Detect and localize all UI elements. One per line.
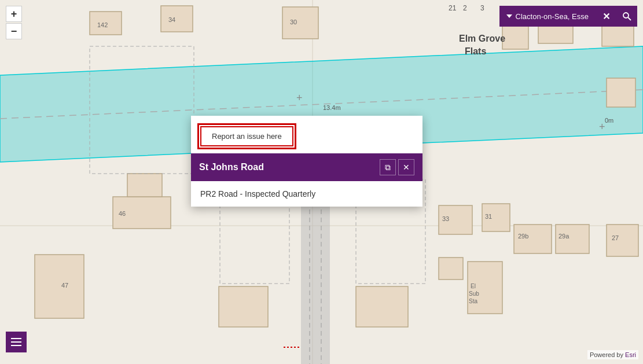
svg-text:Elm Grove: Elm Grove [459,34,505,43]
svg-text:13.4m: 13.4m [323,104,341,111]
svg-text:30: 30 [290,19,297,25]
svg-rect-20 [356,286,408,327]
svg-text:34: 34 [168,16,175,23]
zoom-controls: + − [6,6,22,39]
svg-rect-10 [161,6,193,32]
svg-rect-15 [607,78,635,107]
svg-text:33: 33 [442,215,449,222]
popup-content: PR2 Road - Inspected Quarterly [191,181,422,207]
close-map-button[interactable]: ✕ [596,6,616,27]
search-button[interactable] [616,6,637,27]
svg-text:Sta: Sta [469,298,477,304]
svg-text:31: 31 [485,213,492,220]
svg-rect-5 [301,185,330,364]
menu-line-3 [11,345,21,346]
popup-panel: Report an issue here St Johns Road ⧉ ✕ P… [191,116,422,207]
svg-text:El: El [471,283,476,289]
svg-text:3: 3 [480,4,484,12]
svg-rect-18 [35,255,84,318]
popup-header: St Johns Road ⧉ ✕ [191,153,422,181]
popup-top-area: Report an issue here [191,116,422,153]
svg-point-54 [623,13,629,18]
report-issue-button[interactable]: Report an issue here [200,126,293,146]
attribution-text: Powered by [590,351,625,358]
location-bar[interactable]: Clacton-on-Sea, Esse [499,6,596,27]
hamburger-menu-button[interactable] [6,332,27,352]
svg-rect-17 [127,174,162,197]
svg-rect-11 [282,7,318,39]
svg-line-55 [628,17,631,20]
svg-text:21: 21 [449,4,457,12]
bottom-left-menu [6,332,27,352]
attribution: Powered by Esri [587,350,638,359]
popup-title: St Johns Road [199,162,264,172]
esri-link[interactable]: Esri [625,351,636,358]
popup-content-text: PR2 Road - Inspected Quarterly [200,189,315,198]
zoom-in-button[interactable]: + [6,6,22,22]
popup-maximize-button[interactable]: ⧉ [380,159,396,175]
top-right-controls: Clacton-on-Sea, Esse ✕ [499,6,637,27]
svg-text:+: + [296,92,303,104]
svg-text:0m: 0m [605,117,613,124]
map-container: Elm Grove Flats 2 3 21 142 34 30 47 46 3… [0,0,643,364]
menu-line-2 [11,341,21,343]
svg-text:Sub: Sub [469,291,479,297]
dropdown-icon [506,14,512,18]
svg-text:46: 46 [119,210,126,217]
location-text: Clacton-on-Sea, Esse [516,12,589,21]
svg-text:+: + [599,121,605,133]
zoom-out-button[interactable]: − [6,23,22,39]
svg-rect-27 [439,258,463,280]
svg-text:142: 142 [97,21,108,28]
svg-text:29b: 29b [518,233,528,240]
svg-text:47: 47 [61,282,68,289]
svg-rect-19 [219,286,268,327]
menu-line-1 [11,338,21,339]
popup-header-actions: ⧉ ✕ [380,159,414,175]
svg-text:2: 2 [463,4,467,12]
svg-text:27: 27 [612,234,619,241]
svg-text:29a: 29a [559,233,569,240]
search-icon [622,12,631,21]
popup-close-button[interactable]: ✕ [398,159,414,175]
svg-text:Flats: Flats [465,46,486,56]
